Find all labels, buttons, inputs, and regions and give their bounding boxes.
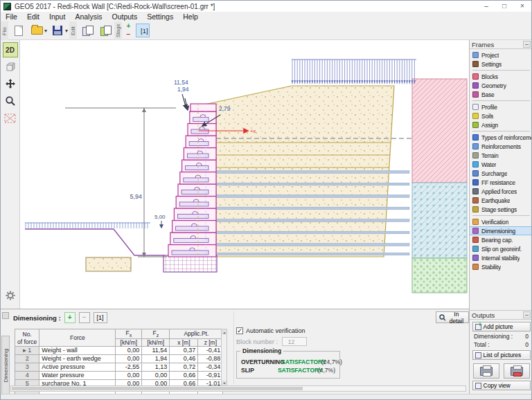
new-file-button[interactable] — [10, 22, 27, 39]
sidebar-item-surcharge[interactable]: Surcharge — [470, 169, 532, 178]
sidebar-item-applied-forces[interactable]: Applied forces — [470, 187, 532, 196]
print-button[interactable] — [473, 363, 499, 379]
sidebar-item-settings[interactable]: Settings — [470, 60, 532, 69]
force-name-cell: Weight - earth wedge — [39, 354, 116, 363]
sidebar-item-assign[interactable]: Assign — [470, 120, 532, 129]
sidebar-item-label: Applied forces — [481, 188, 517, 195]
add-force-button[interactable]: + — [64, 312, 76, 323]
menu-analysis[interactable]: Analysis — [70, 12, 107, 21]
stage-add-button[interactable]: + — [124, 22, 133, 30]
open-dropdown-icon[interactable]: ▾ — [44, 28, 47, 34]
stage-indicator-button[interactable]: [1] — [94, 312, 107, 323]
scrollbar-thumb[interactable] — [12, 387, 303, 390]
scroll-up-arrow[interactable] — [222, 329, 227, 335]
add-picture-button[interactable]: Add picture — [472, 322, 531, 331]
pin-icon[interactable] — [2, 312, 9, 319]
check-status: SATISFACTORY — [281, 358, 321, 365]
menu-edit[interactable]: Edit — [22, 12, 44, 21]
settings-gear-button[interactable] — [3, 289, 18, 304]
menu-help[interactable]: Help — [178, 12, 203, 21]
view-3d-button[interactable] — [3, 60, 18, 75]
view-toolbar: 2D — [1, 40, 20, 309]
row-number-cell[interactable]: ▸ 1 — [15, 346, 39, 354]
list-of-pictures-button[interactable]: List of pictures — [472, 350, 531, 360]
sidebar-item-earthquake[interactable]: Earthquake — [470, 196, 532, 205]
sidebar-item-stability[interactable]: Stability — [470, 262, 532, 271]
soil-sample-block — [86, 257, 131, 271]
remove-force-button[interactable]: − — [79, 312, 90, 323]
tab-dimensioning[interactable]: Dimensioning — [1, 336, 10, 395]
sidebar-item-stage-settings[interactable]: Stage settings — [470, 205, 532, 214]
sidebar-item-water[interactable]: Water — [470, 160, 532, 169]
check-name: SLIP — [241, 367, 278, 374]
window-title: GEO5 2017 - Redi-Rock Wall [C:\Redi-Rock… — [15, 3, 477, 10]
geometry-icon — [472, 82, 479, 89]
save-dropdown-icon[interactable]: ▾ — [65, 28, 68, 34]
block-number-spinner[interactable]: 12 — [282, 337, 307, 346]
frames-list: ProjectSettingsBlocksGeometryBaseProfile… — [470, 49, 532, 271]
force-value-cell: 0,00 — [142, 371, 170, 379]
force-name-cell: Active pressure — [39, 363, 116, 371]
maximize-button[interactable]: □ — [495, 1, 513, 11]
soils-icon — [472, 113, 479, 119]
row-number-cell[interactable]: 3 — [15, 363, 39, 371]
automatic-verification-checkbox[interactable]: ✓ — [236, 327, 243, 334]
sidebar-item-label: Soils — [481, 113, 493, 120]
in-detail-button[interactable]: In detail — [436, 311, 469, 323]
menu-settings[interactable]: Settings — [142, 12, 178, 21]
sidebar-item-blocks[interactable]: Blocks — [470, 72, 532, 81]
copy-view-button[interactable]: Copy view — [472, 381, 531, 390]
sidebar-item-soils[interactable]: Soils — [470, 111, 532, 120]
drawing-canvas[interactable]: 5,94 5,00 11,54 1,94 2,79 +x — [20, 40, 469, 309]
row-number-cell[interactable]: 2 — [15, 354, 39, 363]
zoom-extent-button[interactable] — [3, 111, 18, 127]
save-button[interactable] — [49, 22, 66, 39]
minimize-button[interactable]: – — [477, 1, 495, 11]
gear-icon — [4, 289, 17, 302]
collapse-outputs-button[interactable]: – — [523, 311, 531, 318]
menu-input[interactable]: Input — [44, 12, 70, 21]
sidebar-item-project[interactable]: Project — [470, 51, 532, 60]
sidebar-item-types-of-reinforcements[interactable]: Types of reinforcements — [470, 133, 532, 142]
paste-button[interactable] — [97, 22, 114, 39]
foundation-pad — [163, 255, 217, 272]
collapse-frames-button[interactable]: – — [523, 41, 531, 48]
sidebar-item-profile[interactable]: Profile — [470, 102, 532, 111]
sidebar-item-verification[interactable]: Verification — [470, 217, 532, 226]
copy-button[interactable] — [79, 22, 96, 39]
sidebar-item-terrain[interactable]: Terrain — [470, 151, 532, 160]
menu-outputs[interactable]: Outputs — [107, 12, 142, 21]
force-value-cell: 0,46 — [170, 354, 198, 363]
sidebar-item-internal-stability[interactable]: Internal stability — [470, 253, 532, 262]
menu-file[interactable]: File — [1, 12, 22, 21]
sidebar-item-base[interactable]: Base — [470, 90, 532, 99]
terrain-dim-label: 5,00 — [154, 214, 166, 220]
toolbar-group-file-label: File — [1, 21, 8, 40]
view-2d-button[interactable]: 2D — [3, 42, 18, 57]
save-floppy-icon — [53, 26, 62, 35]
force-value-cell: 0,72 — [170, 363, 198, 371]
sidebar-item-dimensioning[interactable]: Dimensioning — [470, 226, 532, 235]
force-value-cell: 1,13 — [142, 363, 170, 371]
sidebar-item-bearing-cap[interactable]: Bearing cap. — [470, 235, 532, 244]
table-vertical-scrollbar[interactable] — [221, 329, 227, 387]
zoom-button[interactable] — [3, 94, 18, 109]
force-pressure-label: 2,79 — [219, 105, 231, 112]
row-number-cell[interactable]: 4 — [15, 371, 39, 379]
sidebar-item-ff-resistance[interactable]: FF resistance — [470, 178, 532, 187]
close-button[interactable]: × — [513, 1, 531, 11]
sidebar-item-label: Blocks — [481, 73, 498, 80]
sidebar-item-reinforcements[interactable]: Reinforcements — [470, 142, 532, 151]
settings-icon — [472, 61, 479, 67]
bottom-horizontal-scrollbar[interactable] — [10, 385, 466, 392]
pan-button[interactable] — [3, 77, 18, 92]
open-file-button[interactable] — [28, 22, 45, 39]
outputs-panel: Outputs – Add picture Dimensioning :0 To… — [469, 310, 532, 394]
sidebar-item-geometry[interactable]: Geometry — [470, 81, 532, 90]
stage-remove-button[interactable]: − — [124, 30, 133, 39]
title-bar: GEO5 2017 - Redi-Rock Wall [C:\Redi-Rock… — [1, 1, 531, 12]
base-icon — [472, 91, 479, 98]
print-settings-button[interactable] — [504, 363, 530, 379]
stage-1-button[interactable]: [1] — [136, 24, 150, 37]
sidebar-item-slip-on-georeinf[interactable]: Slip on georeinf. — [470, 244, 532, 253]
